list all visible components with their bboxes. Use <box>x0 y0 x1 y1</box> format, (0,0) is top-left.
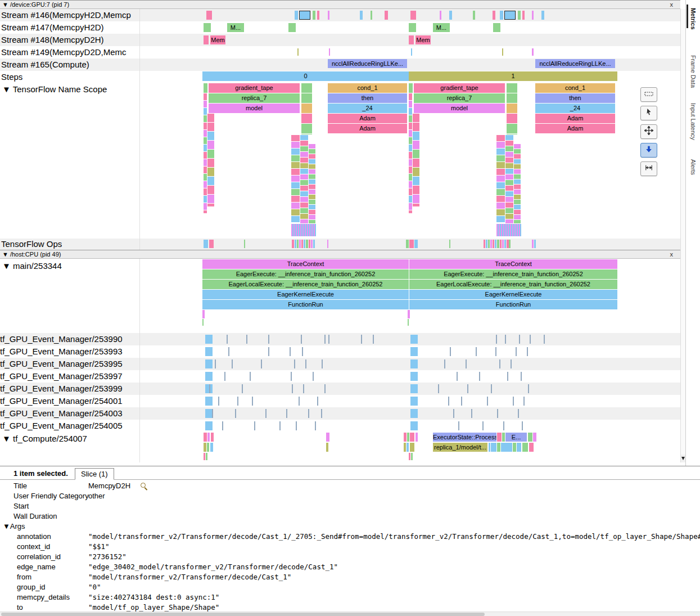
trace-slice[interactable]: model <box>414 104 505 113</box>
trace-slice[interactable] <box>300 152 308 157</box>
trace-slice[interactable] <box>409 203 412 210</box>
trace-slice[interactable] <box>291 176 300 182</box>
trace-slice[interactable] <box>306 240 308 248</box>
trace-slice[interactable] <box>514 159 521 164</box>
trace-slice[interactable] <box>207 141 214 149</box>
trace-slice[interactable] <box>522 443 528 452</box>
trace-tick[interactable] <box>261 359 262 368</box>
trace-slice[interactable] <box>409 101 412 107</box>
track-label[interactable]: ▼ tf_Compute/254007 <box>2 434 141 443</box>
magnifier-icon[interactable] <box>141 483 146 488</box>
trace-slice[interactable] <box>514 220 521 223</box>
trace-slice[interactable] <box>309 174 315 179</box>
track-label[interactable]: ▼ TensorFlow Name Scope <box>2 84 141 94</box>
trace-slice[interactable] <box>505 163 513 168</box>
trace-slice[interactable] <box>309 179 315 184</box>
trace-tick[interactable] <box>286 409 287 418</box>
trace-slice[interactable] <box>288 23 296 32</box>
trace-tick[interactable] <box>228 347 229 356</box>
trace-slice[interactable] <box>205 397 213 406</box>
trace-slice[interactable] <box>300 191 308 196</box>
trace-slice[interactable]: Adam <box>535 124 615 133</box>
trace-slice[interactable] <box>313 11 315 20</box>
trace-tick[interactable] <box>528 384 529 393</box>
trace-slice[interactable] <box>291 216 300 222</box>
trace-tick[interactable] <box>505 335 506 344</box>
trace-slice[interactable] <box>505 208 513 213</box>
trace-slice[interactable] <box>207 150 214 158</box>
trace-tick[interactable] <box>491 384 492 393</box>
trace-slice[interactable]: model <box>209 104 300 113</box>
trace-tick[interactable] <box>215 359 216 368</box>
sidebar-tab-input-latency[interactable]: Input Latency <box>690 103 697 140</box>
trace-slice[interactable] <box>496 142 505 148</box>
trace-slice[interactable]: Mem <box>416 35 431 44</box>
trace-slice[interactable] <box>309 169 315 174</box>
trace-slice[interactable] <box>507 124 517 133</box>
trace-tick[interactable] <box>466 359 467 368</box>
trace-slice[interactable] <box>496 155 505 161</box>
trace-slice[interactable]: E... <box>505 433 527 442</box>
trace-slice[interactable] <box>207 443 209 452</box>
trace-slice[interactable] <box>301 93 312 103</box>
trace-slice[interactable] <box>301 124 312 133</box>
trace-slice[interactable] <box>404 433 407 442</box>
trace-slice[interactable]: gradient_tape <box>209 83 300 93</box>
trace-slice[interactable] <box>291 196 300 202</box>
trace-slice[interactable]: Adam <box>328 124 407 133</box>
trace-tick[interactable] <box>242 384 243 393</box>
trace-slice[interactable] <box>505 146 513 151</box>
trace-slice[interactable]: replica_1/model/t... <box>433 443 487 452</box>
trace-slice[interactable] <box>410 443 414 452</box>
trace-slice[interactable] <box>522 11 525 20</box>
trace-tick[interactable] <box>544 335 545 344</box>
trace-slice[interactable] <box>309 190 315 194</box>
trace-slice[interactable]: cond_1 <box>328 83 407 93</box>
trace-slice[interactable] <box>409 181 412 188</box>
trace-slice[interactable] <box>409 196 412 203</box>
trace-slice[interactable] <box>507 114 517 123</box>
trace-slice[interactable]: TraceContext <box>409 259 617 269</box>
trace-slice[interactable] <box>300 208 308 213</box>
trace-slice[interactable] <box>297 48 299 56</box>
trace-slice[interactable] <box>496 162 505 168</box>
trace-tick[interactable] <box>471 409 472 418</box>
trace-slice[interactable]: M... <box>433 23 450 32</box>
trace-slice[interactable] <box>413 132 419 140</box>
trace-slice[interactable] <box>207 204 214 206</box>
trace-tick[interactable] <box>503 421 504 430</box>
trace-tick[interactable] <box>497 409 498 418</box>
zoom-tool-button[interactable] <box>640 143 657 158</box>
trace-tick[interactable] <box>268 347 269 356</box>
trace-slice[interactable] <box>204 188 207 195</box>
trace-tick[interactable] <box>237 397 238 406</box>
trace-slice[interactable] <box>409 453 410 460</box>
trace-slice[interactable] <box>504 240 506 248</box>
cpu-section-header[interactable]: ▼ /host:CPU (pid 49) x <box>0 250 680 259</box>
trace-slice[interactable] <box>329 48 330 56</box>
trace-slice[interactable] <box>493 240 494 248</box>
trace-slice[interactable] <box>413 195 419 203</box>
trace-slice[interactable] <box>518 11 521 20</box>
trace-slice[interactable] <box>490 240 492 248</box>
trace-tick[interactable] <box>209 384 210 393</box>
trace-slice[interactable]: EagerLocalExecute: __inference_train_fun… <box>202 280 409 289</box>
trace-slice[interactable] <box>309 215 315 219</box>
vertical-scrollbar[interactable] <box>680 9 685 462</box>
trace-slice[interactable] <box>413 150 419 158</box>
trace-tick[interactable] <box>212 409 213 418</box>
trace-slice[interactable] <box>409 83 413 93</box>
trace-slice[interactable] <box>205 359 213 368</box>
trace-slice[interactable] <box>413 204 419 206</box>
trace-slice[interactable] <box>301 240 303 248</box>
trace-slice[interactable] <box>207 114 214 122</box>
trace-slice[interactable]: M... <box>227 23 244 32</box>
trace-slice[interactable] <box>300 135 308 140</box>
trace-slice[interactable] <box>488 240 490 248</box>
trace-slice[interactable] <box>300 180 308 185</box>
trace-slice[interactable] <box>541 11 544 20</box>
trace-tick[interactable] <box>302 347 303 356</box>
trace-tick[interactable] <box>476 347 477 356</box>
trace-slice[interactable] <box>295 11 298 20</box>
trace-slice[interactable] <box>514 174 521 179</box>
